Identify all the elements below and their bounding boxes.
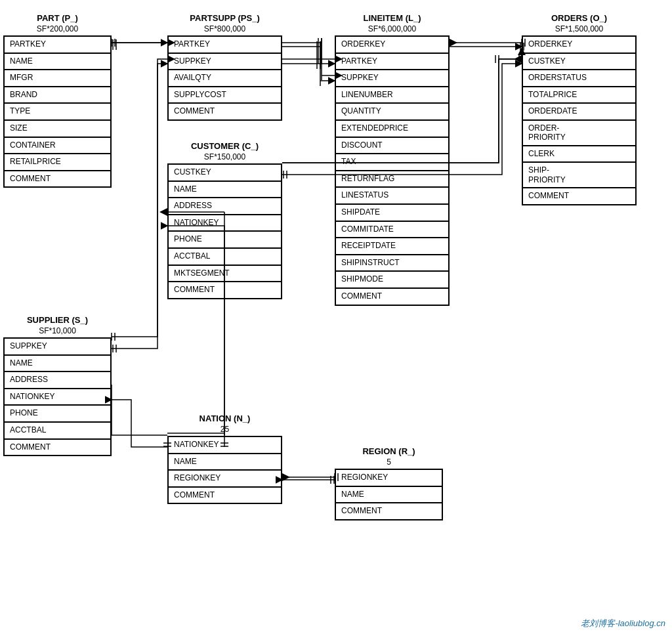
supplier-field-acctbal: ACCTBAL	[4, 422, 111, 439]
nation-field-regionkey: REGIONKEY	[168, 470, 282, 487]
nation-title: NATION (N_)	[167, 413, 282, 423]
partsupp-field-suppkey: SUPPKEY	[168, 53, 282, 70]
orders-sf: SF*1,500,000	[522, 24, 637, 33]
supplier-field-comment: COMMENT	[4, 439, 111, 456]
lineitem-field-linenumber: LINENUMBER	[335, 87, 449, 104]
lineitem-field-returnflag: RETURNFLAG	[335, 171, 449, 188]
part-field-container: CONTAINER	[4, 137, 111, 154]
customer-field-name: NAME	[168, 181, 282, 198]
part-sf: SF*200,000	[3, 24, 112, 33]
lineitem-field-extendedprice: EXTENDEDPRICE	[335, 120, 449, 137]
customer-title: CUSTOMER (C_)	[167, 141, 282, 151]
region-field-regionkey: REGIONKEY	[335, 469, 442, 486]
orders-field-totalprice: TOTALPRICE	[522, 87, 636, 104]
part-field-retailprice: RETAILPRICE	[4, 154, 111, 171]
lineitem-field-quantity: QUANTITY	[335, 103, 449, 120]
customer-field-nationkey: NATIONKEY	[168, 215, 282, 232]
region-title: REGION (R_)	[335, 446, 443, 456]
orders-field-orderkey: ORDERKEY	[522, 36, 636, 53]
customer-field-phone: PHONE	[168, 231, 282, 248]
region-field-name: NAME	[335, 486, 442, 503]
erd-diagram: PART (P_) SF*200,000 PARTKEY NAME MFGR B…	[0, 0, 672, 636]
supplier-field-address: ADDRESS	[4, 371, 111, 389]
lineitem-field-partkey: PARTKEY	[335, 53, 449, 70]
part-field-type: TYPE	[4, 103, 111, 120]
region-sf: 5	[335, 457, 443, 467]
lineitem-field-shipdate: SHIPDATE	[335, 204, 449, 221]
part-field-size: SIZE	[4, 120, 111, 137]
supplier-sf: SF*10,000	[3, 326, 112, 335]
supplier-field-phone: PHONE	[4, 405, 111, 422]
partsupp-field-availqty: AVAILQTY	[168, 70, 282, 87]
part-field-partkey: PARTKEY	[4, 36, 111, 53]
lineitem-field-orderkey: ORDERKEY	[335, 36, 449, 53]
lineitem-field-commitdate: COMMITDATE	[335, 221, 449, 238]
partsupp-field-partkey: PARTKEY	[168, 36, 282, 53]
nation-sf: 25	[167, 425, 282, 434]
table-supplier: SUPPLIER (S_) SF*10,000 SUPPKEY NAME ADD…	[3, 315, 112, 456]
lineitem-title: LINEITEM (L_)	[335, 13, 450, 23]
partsupp-field-supplycost: SUPPLYCOST	[168, 87, 282, 104]
table-orders: ORDERS (O_) SF*1,500,000 ORDERKEY CUSTKE…	[522, 13, 637, 205]
lineitem-field-comment: COMMENT	[335, 288, 449, 305]
arrow-supplier-to-partsupp-suppkey	[112, 59, 167, 337]
part-title: PART (P_)	[3, 13, 112, 23]
orders-field-orderstatus: ORDERSTATUS	[522, 70, 636, 87]
lineitem-field-shipinstruct: SHIPINSTRUCT	[335, 255, 449, 272]
orders-field-clerk: CLERK	[522, 146, 636, 163]
part-field-mfgr: MFGR	[4, 70, 111, 87]
partsupp-sf: SF*800,000	[167, 24, 282, 33]
orders-field-orderpriority: ORDER-PRIORITY	[522, 120, 636, 146]
orders-field-shippriority: SHIP-PRIORITY	[522, 162, 636, 188]
lineitem-sf: SF*6,000,000	[335, 24, 450, 33]
part-field-name: NAME	[4, 53, 111, 70]
nation-supplier-path	[112, 385, 167, 435]
orders-title: ORDERS (O_)	[522, 13, 637, 23]
table-nation: NATION (N_) 25 NATIONKEY NAME REGIONKEY …	[167, 413, 282, 504]
customer-field-acctbal: ACCTBAL	[168, 248, 282, 265]
part-field-brand: BRAND	[4, 87, 111, 104]
table-part: PART (P_) SF*200,000 PARTKEY NAME MFGR B…	[3, 13, 112, 188]
customer-field-custkey: CUSTKEY	[168, 164, 282, 181]
orders-field-comment: COMMENT	[522, 188, 636, 205]
customer-sf: SF*150,000	[167, 152, 282, 161]
lineitem-field-shipmode: SHIPMODE	[335, 271, 449, 288]
customer-field-comment: COMMENT	[168, 282, 282, 299]
lineitem-field-discount: DISCOUNT	[335, 137, 449, 154]
region-field-comment: COMMENT	[335, 503, 442, 520]
table-customer: CUSTOMER (C_) SF*150,000 CUSTKEY NAME AD…	[167, 141, 282, 299]
supplier-field-suppkey: SUPPKEY	[4, 338, 111, 355]
customer-field-address: ADDRESS	[168, 198, 282, 215]
table-lineitem: LINEITEM (L_) SF*6,000,000 ORDERKEY PART…	[335, 13, 450, 306]
watermark: 老刘博客-laoliublog.cn	[581, 618, 665, 629]
nation-field-name: NAME	[168, 454, 282, 471]
nation-field-comment: COMMENT	[168, 487, 282, 504]
partsupp-field-comment: COMMENT	[168, 103, 282, 120]
table-region: REGION (R_) 5 REGIONKEY NAME COMMENT	[335, 446, 443, 520]
supplier-title: SUPPLIER (S_)	[3, 315, 112, 325]
supplier-field-name: NAME	[4, 355, 111, 372]
partsupp-title: PARTSUPP (PS_)	[167, 13, 282, 23]
customer-field-mktsegment: MKTSEGMENT	[168, 265, 282, 282]
orders-field-custkey: CUSTKEY	[522, 53, 636, 70]
table-partsupp: PARTSUPP (PS_) SF*800,000 PARTKEY SUPPKE…	[167, 13, 282, 121]
part-field-comment: COMMENT	[4, 171, 111, 188]
lineitem-field-linestatus: LINESTATUS	[335, 187, 449, 204]
supplier-field-nationkey: NATIONKEY	[4, 389, 111, 406]
lineitem-field-suppkey: SUPPKEY	[335, 70, 449, 87]
lineitem-field-receiptdate: RECEIPTDATE	[335, 238, 449, 255]
lineitem-field-tax: TAX	[335, 154, 449, 171]
orders-field-orderdate: ORDERDATE	[522, 103, 636, 120]
nation-field-nationkey: NATIONKEY	[168, 436, 282, 454]
